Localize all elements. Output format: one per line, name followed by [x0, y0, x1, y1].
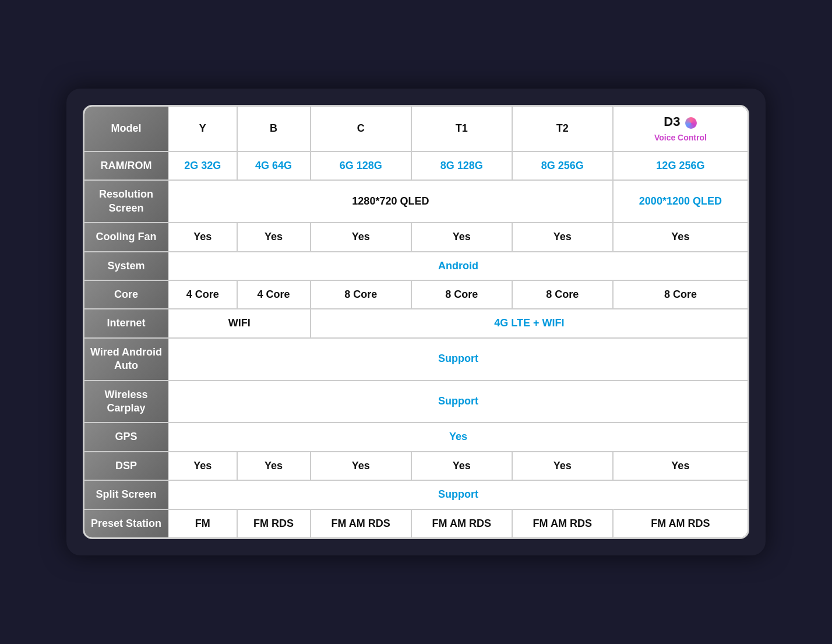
row-system: System Android: [84, 252, 748, 280]
label-split-screen: Split Screen: [84, 480, 168, 509]
label-internet: Internet: [84, 309, 168, 337]
voice-control-label: Voice Control: [654, 133, 707, 142]
preset-y: FM: [168, 509, 237, 538]
model-c: C: [311, 106, 411, 152]
preset-c: FM AM RDS: [311, 509, 411, 538]
dsp-b: Yes: [237, 452, 311, 480]
model-t1: T1: [411, 106, 512, 152]
ram-b: 4G 64G: [237, 152, 311, 180]
row-split-screen: Split Screen Support: [84, 480, 748, 509]
row-cooling-fan: Cooling Fan Yes Yes Yes Yes Yes Yes: [84, 223, 748, 251]
row-core: Core 4 Core 4 Core 8 Core 8 Core 8 Core …: [84, 280, 748, 309]
internet-lte: 4G LTE + WIFI: [311, 309, 748, 337]
ram-y: 2G 32G: [168, 152, 237, 180]
label-preset-station: Preset Station: [84, 509, 168, 538]
internet-wifi: WIFI: [168, 309, 311, 337]
row-dsp: DSP Yes Yes Yes Yes Yes Yes: [84, 452, 748, 480]
dsp-d3: Yes: [613, 452, 748, 480]
split-screen-value: Support: [168, 480, 748, 509]
row-gps: GPS Yes: [84, 423, 748, 451]
ram-t1: 8G 128G: [411, 152, 512, 180]
ram-c: 6G 128G: [311, 152, 411, 180]
model-d3: D3 Voice Control: [613, 106, 748, 152]
row-resolution: Resolution Screen 1280*720 QLED 2000*120…: [84, 180, 748, 223]
preset-t2: FM AM RDS: [512, 509, 613, 538]
dsp-t1: Yes: [411, 452, 512, 480]
preset-d3: FM AM RDS: [613, 509, 748, 538]
label-cooling-fan: Cooling Fan: [84, 223, 168, 251]
row-internet: Internet WIFI 4G LTE + WIFI: [84, 309, 748, 337]
core-y: 4 Core: [168, 280, 237, 309]
label-system: System: [84, 252, 168, 280]
row-ram-rom: RAM/ROM 2G 32G 4G 64G 6G 128G 8G 128G 8G…: [84, 152, 748, 180]
dsp-y: Yes: [168, 452, 237, 480]
cooling-d3: Yes: [613, 223, 748, 251]
cooling-c: Yes: [311, 223, 411, 251]
resolution-main: 1280*720 QLED: [168, 180, 613, 223]
row-preset-station: Preset Station FM FM RDS FM AM RDS FM AM…: [84, 509, 748, 538]
outer-container: Model Y B C T1 T2 D3 Voice Control RAM/R…: [66, 89, 766, 555]
label-model: Model: [84, 106, 168, 152]
model-y: Y: [168, 106, 237, 152]
preset-b: FM RDS: [237, 509, 311, 538]
label-wired-android: Wired Android Auto: [84, 338, 168, 381]
row-model: Model Y B C T1 T2 D3 Voice Control: [84, 106, 748, 152]
comparison-table: Model Y B C T1 T2 D3 Voice Control RAM/R…: [83, 105, 749, 539]
system-value: Android: [168, 252, 748, 280]
label-gps: GPS: [84, 423, 168, 451]
core-b: 4 Core: [237, 280, 311, 309]
gps-value: Yes: [168, 423, 748, 451]
ram-t2: 8G 256G: [512, 152, 613, 180]
voice-control-icon: [685, 117, 697, 129]
cooling-t2: Yes: [512, 223, 613, 251]
d3-title: D3: [664, 114, 680, 129]
label-wireless-carplay: Wireless Carplay: [84, 381, 168, 423]
cooling-t1: Yes: [411, 223, 512, 251]
core-d3: 8 Core: [613, 280, 748, 309]
label-resolution: Resolution Screen: [84, 180, 168, 223]
wired-android-value: Support: [168, 338, 748, 381]
model-b: B: [237, 106, 311, 152]
wireless-carplay-value: Support: [168, 381, 748, 423]
row-wired-android: Wired Android Auto Support: [84, 338, 748, 381]
ram-d3: 12G 256G: [613, 152, 748, 180]
dsp-c: Yes: [311, 452, 411, 480]
dsp-t2: Yes: [512, 452, 613, 480]
label-ram-rom: RAM/ROM: [84, 152, 168, 180]
core-c: 8 Core: [311, 280, 411, 309]
label-dsp: DSP: [84, 452, 168, 480]
model-t2: T2: [512, 106, 613, 152]
cooling-b: Yes: [237, 223, 311, 251]
cooling-y: Yes: [168, 223, 237, 251]
preset-t1: FM AM RDS: [411, 509, 512, 538]
core-t1: 8 Core: [411, 280, 512, 309]
row-wireless-carplay: Wireless Carplay Support: [84, 381, 748, 423]
core-t2: 8 Core: [512, 280, 613, 309]
resolution-d3: 2000*1200 QLED: [613, 180, 748, 223]
label-core: Core: [84, 280, 168, 309]
